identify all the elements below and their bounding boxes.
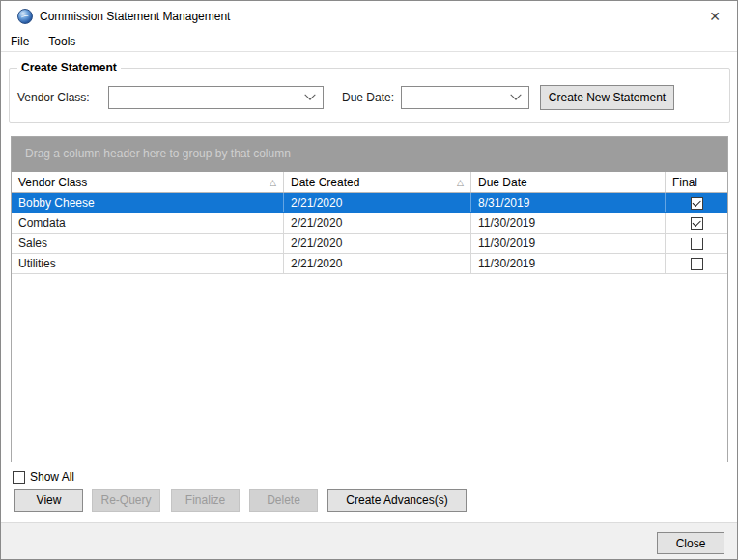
statements-grid: Drag a column header here to group by th… <box>11 136 728 462</box>
final-checkbox[interactable] <box>691 217 703 230</box>
vendor-class-combobox[interactable] <box>108 86 324 109</box>
table-row[interactable]: Sales 2/21/2020 11/30/2019 <box>12 234 727 254</box>
delete-button[interactable]: Delete <box>249 489 318 512</box>
table-row[interactable]: Utilities 2/21/2020 11/30/2019 <box>12 254 727 274</box>
close-icon: ✕ <box>709 9 721 24</box>
final-checkbox[interactable] <box>691 197 703 210</box>
column-header-due-date[interactable]: Due Date <box>471 172 666 192</box>
final-checkbox[interactable] <box>691 238 703 250</box>
show-all-label: Show All <box>30 470 74 484</box>
cell-date-created: 2/21/2020 <box>284 254 471 273</box>
view-button[interactable]: View <box>14 489 83 512</box>
chevron-down-icon <box>510 90 521 100</box>
cell-due-date: 11/30/2019 <box>471 254 666 273</box>
sort-ascending-icon: △ <box>270 178 283 187</box>
commission-statement-management-window: { "window": { "title": "Commission State… <box>0 0 738 560</box>
title-bar: Commission Statement Management ✕ <box>1 1 737 32</box>
cell-due-date: 11/30/2019 <box>471 213 666 233</box>
cell-due-date: 11/30/2019 <box>471 234 666 253</box>
re-query-button[interactable]: Re-Query <box>92 489 160 512</box>
grid-empty-area <box>12 274 727 462</box>
column-header-final[interactable]: Final <box>666 172 727 192</box>
finalize-button[interactable]: Finalize <box>171 489 240 512</box>
due-date-label: Due Date: <box>342 86 394 109</box>
final-checkbox[interactable] <box>691 258 703 270</box>
cell-final <box>666 193 727 212</box>
menu-tools[interactable]: Tools <box>39 32 85 52</box>
cell-date-created: 2/21/2020 <box>284 213 471 233</box>
create-advances-button[interactable]: Create Advances(s) <box>327 489 467 512</box>
due-date-combobox[interactable] <box>401 86 529 109</box>
cell-final <box>666 254 727 273</box>
column-header-vendor-class[interactable]: Vendor Class △ <box>12 172 284 192</box>
sort-ascending-icon: △ <box>457 178 470 187</box>
groupbox-title: Create Statement <box>17 61 121 74</box>
table-row[interactable]: Bobby Cheese 2/21/2020 8/31/2019 <box>12 193 727 213</box>
cell-date-created: 2/21/2020 <box>284 193 471 212</box>
cell-due-date: 8/31/2019 <box>471 193 666 212</box>
create-statement-groupbox: Create Statement Vendor Class: Due Date:… <box>9 68 730 123</box>
cell-final <box>666 234 727 253</box>
show-all-control: Show All <box>13 470 74 484</box>
column-header-date-created[interactable]: Date Created △ <box>284 172 471 192</box>
window-close-button[interactable]: ✕ <box>693 1 737 32</box>
close-button[interactable]: Close <box>657 532 724 554</box>
cell-date-created: 2/21/2020 <box>284 234 471 253</box>
menu-bar: File Tools <box>1 32 737 52</box>
show-all-checkbox[interactable] <box>13 471 25 484</box>
bottom-bar: Close <box>1 522 737 560</box>
app-icon <box>17 9 33 24</box>
cell-final <box>666 213 727 233</box>
create-new-statement-button[interactable]: Create New Statement <box>540 85 674 110</box>
cell-vendor-class: Comdata <box>12 213 284 233</box>
chevron-down-icon <box>304 90 315 100</box>
grid-header-row: Vendor Class △ Date Created △ Due Date F… <box>12 172 727 193</box>
window-title: Commission Statement Management <box>40 1 230 32</box>
table-row[interactable]: Comdata 2/21/2020 11/30/2019 <box>12 213 727 234</box>
vendor-class-label: Vendor Class: <box>17 86 90 109</box>
cell-vendor-class: Sales <box>12 234 284 253</box>
cell-vendor-class: Utilities <box>12 254 284 273</box>
menu-file[interactable]: File <box>1 32 39 52</box>
cell-vendor-class: Bobby Cheese <box>12 193 284 212</box>
group-by-drop-zone[interactable]: Drag a column header here to group by th… <box>12 137 727 172</box>
